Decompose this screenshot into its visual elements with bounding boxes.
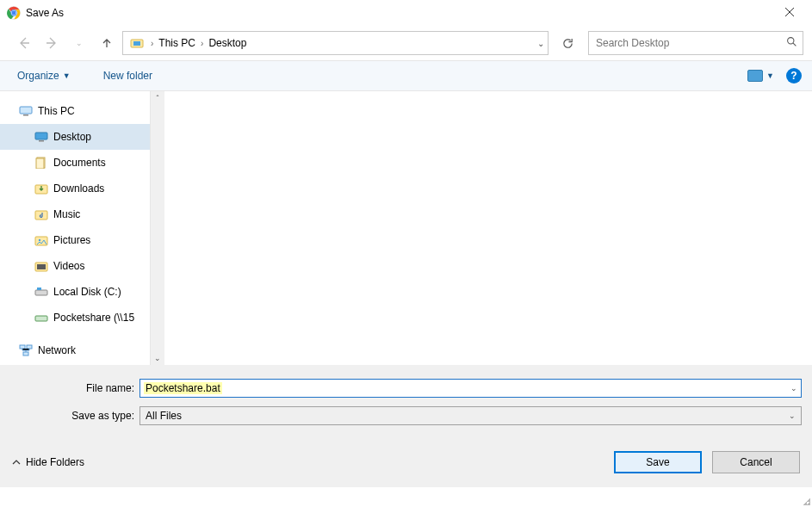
dialog-body: This PC Desktop Documents Downloads Musi… <box>0 91 812 365</box>
recent-locations-button[interactable]: ⌄ <box>67 31 91 55</box>
filetype-value: All Files <box>146 410 182 422</box>
chevron-up-icon <box>12 458 21 467</box>
up-button[interactable] <box>95 31 119 55</box>
videos-icon <box>34 260 48 272</box>
chevron-down-icon: ▼ <box>766 71 774 80</box>
tree-local-disk[interactable]: Local Disk (C:) <box>0 279 150 305</box>
view-icon <box>747 70 763 82</box>
tree-downloads[interactable]: Downloads <box>0 176 150 201</box>
view-button[interactable]: ▼ <box>747 70 774 82</box>
svg-rect-24 <box>23 352 28 356</box>
forward-button[interactable] <box>40 31 64 55</box>
tree-label: Videos <box>53 260 84 272</box>
hide-folders-label: Hide Folders <box>26 456 84 468</box>
pc-icon <box>19 106 33 116</box>
pictures-icon <box>34 234 48 246</box>
svg-rect-7 <box>20 107 32 114</box>
svg-rect-23 <box>27 345 32 349</box>
tree-documents[interactable]: Documents <box>0 150 150 176</box>
close-button[interactable] <box>778 2 802 24</box>
file-list-pane[interactable] <box>164 91 812 365</box>
svg-rect-10 <box>39 140 44 142</box>
save-label: Save <box>646 456 669 468</box>
tree-videos[interactable]: Videos <box>0 253 150 279</box>
svg-point-3 <box>12 11 16 15</box>
tree-label: Network <box>38 344 76 356</box>
music-icon <box>34 208 48 220</box>
network-icon <box>19 343 33 357</box>
filetype-label: Save as type: <box>10 410 134 422</box>
tree-label: Downloads <box>53 182 104 195</box>
new-folder-button[interactable]: New folder <box>96 66 159 85</box>
close-icon <box>784 7 795 17</box>
tree-this-pc[interactable]: This PC <box>0 98 150 124</box>
network-drive-icon <box>34 312 48 324</box>
toolbar: Organize ▼ New folder ▼ ? <box>0 60 812 91</box>
resize-grip[interactable] <box>800 495 810 505</box>
chevron-right-icon: › <box>151 39 153 48</box>
tree-label: Pictures <box>53 234 90 246</box>
search-box[interactable] <box>588 31 803 55</box>
breadcrumb-current[interactable]: Desktop <box>207 35 248 51</box>
desktop-icon <box>34 132 48 142</box>
back-button[interactable] <box>12 31 36 55</box>
breadcrumb-root[interactable]: This PC <box>157 35 197 51</box>
arrow-right-icon <box>45 36 59 50</box>
organize-label: Organize <box>17 70 59 82</box>
svg-rect-14 <box>35 211 47 219</box>
scroll-down-button[interactable]: ⌄ <box>154 351 161 365</box>
documents-icon <box>34 157 48 169</box>
svg-rect-12 <box>36 158 44 169</box>
arrow-up-icon <box>101 37 113 49</box>
help-icon: ? <box>790 70 797 82</box>
svg-rect-5 <box>133 41 140 46</box>
help-button[interactable]: ? <box>786 68 802 83</box>
filetype-select[interactable]: All Files ⌄ <box>139 406 802 425</box>
chrome-icon <box>7 6 21 20</box>
chevron-right-icon: › <box>201 39 203 48</box>
new-folder-label: New folder <box>103 70 152 82</box>
chevron-down-icon: ⌄ <box>789 411 796 420</box>
tree-pocketshare[interactable]: Pocketshare (\\15 <box>0 305 150 331</box>
downloads-icon <box>34 182 48 195</box>
svg-rect-18 <box>37 264 46 269</box>
cancel-label: Cancel <box>740 456 772 468</box>
refresh-icon <box>561 37 574 50</box>
tree-label: Local Disk (C:) <box>53 286 121 298</box>
dialog-footer: Hide Folders Save Cancel <box>0 436 812 487</box>
svg-rect-9 <box>35 133 47 139</box>
svg-rect-21 <box>35 316 47 321</box>
save-button[interactable]: Save <box>614 451 702 473</box>
filename-value: Pocketshare.bat <box>144 382 222 394</box>
refresh-button[interactable] <box>555 31 580 55</box>
tree-scrollbar[interactable]: ˆ ⌄ <box>151 91 164 365</box>
tree-music[interactable]: Music <box>0 201 150 227</box>
svg-rect-20 <box>37 288 41 290</box>
chevron-down-icon: ▼ <box>63 71 71 80</box>
search-input[interactable] <box>594 36 786 50</box>
filename-input[interactable]: Pocketshare.bat ⌄ <box>139 379 802 398</box>
tree-label: Documents <box>53 157 106 169</box>
tree-label: Music <box>53 208 80 220</box>
scroll-up-button[interactable]: ˆ <box>157 91 159 105</box>
tree-label: This PC <box>38 105 75 117</box>
chevron-down-icon[interactable]: ⌄ <box>537 39 544 48</box>
save-form: File name: Pocketshare.bat ⌄ Save as typ… <box>0 365 812 436</box>
svg-rect-8 <box>23 114 28 116</box>
arrow-left-icon <box>17 36 31 50</box>
filename-label: File name: <box>10 382 134 394</box>
tree-network[interactable]: Network <box>0 337 150 363</box>
tree-label: Desktop <box>53 131 91 143</box>
tree-label: Pocketshare (\\15 <box>53 312 134 324</box>
address-bar[interactable]: › This PC › Desktop ⌄ <box>122 31 549 55</box>
tree-desktop[interactable]: Desktop <box>0 124 150 150</box>
nav-tree[interactable]: This PC Desktop Documents Downloads Musi… <box>0 91 151 365</box>
cancel-button[interactable]: Cancel <box>712 451 800 473</box>
search-icon[interactable] <box>786 36 797 50</box>
svg-rect-19 <box>35 290 47 295</box>
organize-button[interactable]: Organize ▼ <box>10 66 77 85</box>
hide-folders-button[interactable]: Hide Folders <box>12 456 84 468</box>
chevron-down-icon[interactable]: ⌄ <box>790 384 797 393</box>
tree-pictures[interactable]: Pictures <box>0 227 150 253</box>
svg-point-16 <box>39 239 40 241</box>
